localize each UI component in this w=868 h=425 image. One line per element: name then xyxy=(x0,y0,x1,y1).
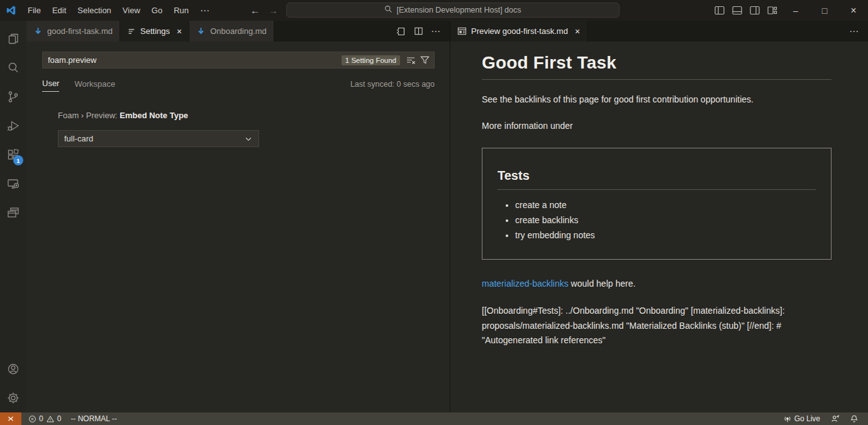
menu-view[interactable]: View xyxy=(118,4,145,17)
setting-name: Embed Note Type xyxy=(120,111,188,120)
accounts-icon[interactable] xyxy=(0,355,26,384)
extensions-badge: 1 xyxy=(13,155,23,165)
close-window-button[interactable]: × xyxy=(839,0,868,21)
embedded-note-title: Tests xyxy=(498,168,816,190)
problems-indicator[interactable]: 0 0 xyxy=(25,412,64,425)
left-tab-strip: good-first-task.md Settings × Onboarding… xyxy=(26,21,450,41)
tab-onboarding[interactable]: Onboarding.md xyxy=(189,21,274,41)
scope-tab-workspace[interactable]: Workspace xyxy=(74,79,115,92)
search-view-icon[interactable] xyxy=(0,53,26,82)
remote-explorer-icon[interactable] xyxy=(0,169,26,198)
settings-editor-icon xyxy=(127,27,136,36)
right-tab-strip: Preview good-first-task.md × ⋯ xyxy=(450,21,868,41)
preview-paragraph: materialized-backlinks would help here. xyxy=(482,279,832,289)
menu-run[interactable]: Run xyxy=(169,4,194,17)
toggle-secondary-sidebar-icon[interactable] xyxy=(746,0,764,21)
list-item: try embedding notes xyxy=(515,230,816,240)
remote-indicator[interactable] xyxy=(0,412,21,425)
error-count: 0 xyxy=(39,414,43,423)
run-debug-icon[interactable] xyxy=(0,111,26,140)
markdown-file-icon xyxy=(33,26,43,36)
go-live-button[interactable]: Go Live xyxy=(780,412,823,425)
windows-stack-icon[interactable] xyxy=(0,198,26,227)
tab-label: good-first-task.md xyxy=(47,26,113,36)
warning-icon xyxy=(46,415,55,423)
toggle-primary-sidebar-icon[interactable] xyxy=(711,0,728,21)
embedded-note-card: Tests create a note create backlinks try… xyxy=(482,148,832,260)
feedback-button[interactable] xyxy=(827,412,843,425)
search-icon xyxy=(384,5,392,15)
editor-group-settings: good-first-task.md Settings × Onboarding… xyxy=(26,21,450,412)
vscode-logo-icon xyxy=(6,5,21,16)
minimize-button[interactable]: – xyxy=(781,0,810,21)
more-actions-icon[interactable]: ⋯ xyxy=(847,24,862,39)
command-center-label: [Extension Development Host] docs xyxy=(396,6,521,14)
scope-tab-user[interactable]: User xyxy=(42,79,59,92)
warning-count: 0 xyxy=(57,414,62,423)
list-item: create a note xyxy=(515,200,816,210)
bell-icon xyxy=(850,414,859,423)
filter-funnel-icon[interactable] xyxy=(418,53,431,67)
menu-go[interactable]: Go xyxy=(147,4,167,17)
editor-group-preview: Preview good-first-task.md × ⋯ Good Firs… xyxy=(450,21,868,412)
settings-search-box: 1 Setting Found xyxy=(42,52,435,69)
close-tab-icon[interactable]: × xyxy=(177,27,182,36)
settings-result-count-badge: 1 Setting Found xyxy=(342,55,400,65)
history-forward-icon[interactable]: → xyxy=(269,5,278,16)
close-tab-icon[interactable]: × xyxy=(575,27,580,36)
customize-layout-icon[interactable] xyxy=(764,0,781,21)
link-references-text: [[Onboarding#Tests]: ../Onboarding.md "O… xyxy=(482,304,832,348)
embed-note-type-select[interactable]: full-card xyxy=(58,130,259,147)
preview-title: Good First Task xyxy=(482,53,832,80)
vscode-window: File Edit Selection View Go Run ⋯ ← → [E… xyxy=(0,0,868,425)
settings-scope-tabs: User Workspace Last synced: 0 secs ago xyxy=(42,77,435,92)
title-bar: File Edit Selection View Go Run ⋯ ← → [E… xyxy=(0,0,868,21)
vim-mode-indicator[interactable]: -- NORMAL -- xyxy=(70,414,117,423)
tab-label: Onboarding.md xyxy=(210,26,267,36)
tab-settings[interactable]: Settings × xyxy=(120,21,189,41)
menu-edit[interactable]: Edit xyxy=(47,4,71,17)
status-bar: 0 0 -- NORMAL -- Go Live xyxy=(0,412,868,425)
menu-file[interactable]: File xyxy=(23,4,46,17)
tab-label: Settings xyxy=(140,26,170,36)
list-item: create backlinks xyxy=(515,215,816,225)
command-center-search[interactable]: [Extension Development Host] docs xyxy=(286,3,620,18)
extensions-icon[interactable]: 1 xyxy=(0,140,26,169)
embedded-note-list: create a note create backlinks try embed… xyxy=(498,200,816,240)
activity-bar: 1 xyxy=(0,21,26,412)
source-control-icon[interactable] xyxy=(0,82,26,111)
menu-more-icon[interactable]: ⋯ xyxy=(195,3,215,18)
history-back-icon[interactable]: ← xyxy=(250,5,260,16)
last-synced-label: Last synced: 0 secs ago xyxy=(350,80,435,92)
notifications-button[interactable] xyxy=(847,412,862,425)
toggle-panel-icon[interactable] xyxy=(728,0,746,21)
setting-category: Foam › Preview: xyxy=(58,111,120,120)
setting-title: Foam › Preview: Embed Note Type xyxy=(58,111,435,120)
setting-embed-note-type: Foam › Preview: Embed Note Type full-car… xyxy=(58,111,435,147)
markdown-file-icon xyxy=(196,26,206,36)
person-feedback-icon xyxy=(830,414,840,423)
maximize-button[interactable]: □ xyxy=(810,0,839,21)
preview-paragraph: More information under xyxy=(482,119,832,133)
markdown-preview-icon xyxy=(457,26,467,36)
tab-label: Preview good-first-task.md xyxy=(471,26,568,36)
chevron-down-icon xyxy=(244,135,253,143)
tab-good-first-task[interactable]: good-first-task.md xyxy=(26,21,120,41)
remote-icon xyxy=(6,414,15,423)
explorer-icon[interactable] xyxy=(0,25,26,53)
open-settings-json-icon[interactable] xyxy=(393,24,408,39)
clear-settings-search-icon[interactable] xyxy=(404,53,418,67)
settings-search-input[interactable] xyxy=(48,55,342,65)
settings-gear-icon[interactable] xyxy=(0,384,26,412)
tab-preview-good-first-task[interactable]: Preview good-first-task.md × xyxy=(450,21,587,41)
more-actions-icon[interactable]: ⋯ xyxy=(428,24,443,39)
split-editor-icon[interactable] xyxy=(411,24,426,39)
broadcast-icon xyxy=(783,414,792,423)
materialized-backlinks-link[interactable]: materialized-backlinks xyxy=(482,279,569,289)
settings-editor: 1 Setting Found User Workspace Last sync… xyxy=(26,41,450,412)
select-value: full-card xyxy=(64,134,93,143)
menu-selection[interactable]: Selection xyxy=(72,4,116,17)
go-live-label: Go Live xyxy=(794,414,820,423)
link-suffix-text: would help here. xyxy=(569,279,636,289)
error-icon xyxy=(28,415,36,423)
